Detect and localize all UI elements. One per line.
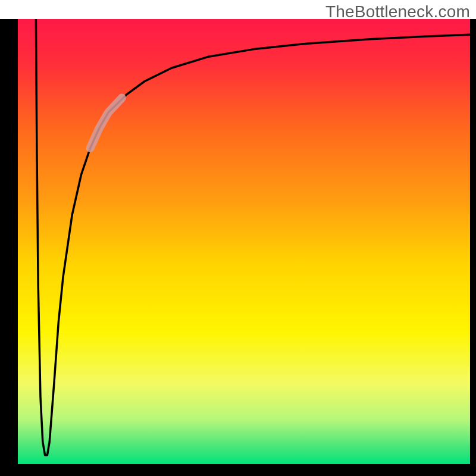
- watermark-text: TheBottleneck.com: [325, 2, 470, 21]
- svg-rect-0: [18, 19, 470, 464]
- bottleneck-chart: [0, 0, 476, 476]
- chart-container: TheBottleneck.com: [0, 0, 476, 476]
